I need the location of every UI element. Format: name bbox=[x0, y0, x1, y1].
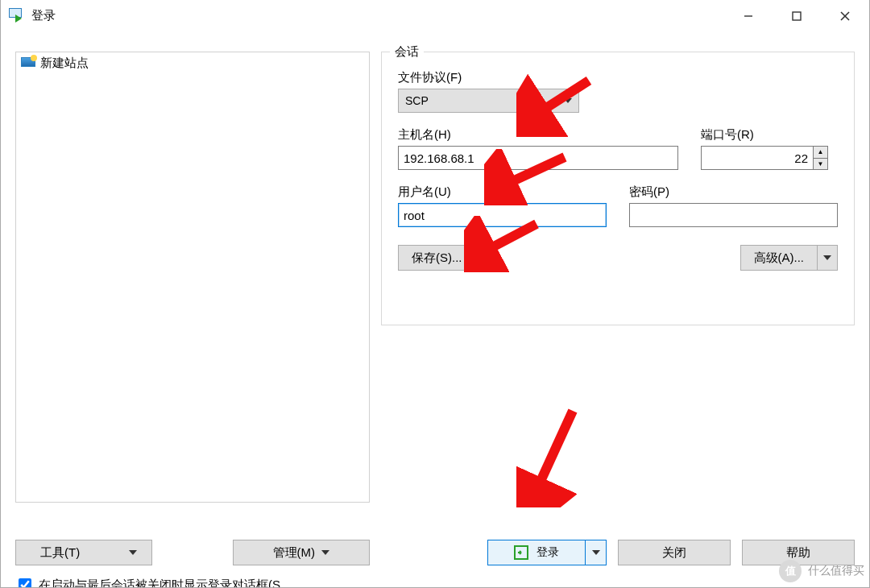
site-icon bbox=[21, 57, 35, 70]
host-label: 主机名(H) bbox=[398, 127, 678, 143]
session-panel: 会话 文件协议(F) SCP 主机名(H) 端口号(R) bbox=[381, 52, 855, 325]
close-button[interactable]: 关闭 bbox=[618, 540, 731, 565]
close-window-button[interactable] bbox=[821, 0, 869, 32]
username-input[interactable] bbox=[398, 203, 607, 227]
titlebar: 登录 bbox=[1, 0, 869, 32]
advanced-split-button[interactable]: 高级(A)... bbox=[740, 245, 839, 271]
protocol-dropdown[interactable]: SCP bbox=[398, 89, 579, 113]
watermark-badge: 值 bbox=[779, 560, 802, 582]
host-input[interactable] bbox=[398, 146, 678, 170]
login-icon bbox=[514, 545, 528, 560]
chevron-down-icon bbox=[592, 550, 600, 555]
new-site-item[interactable]: 新建站点 bbox=[18, 54, 367, 72]
show-login-on-startup-row: 在启动与最后会话被关闭时显示登录对话框(S bbox=[15, 576, 370, 588]
tools-button[interactable]: 工具(T) bbox=[15, 540, 152, 565]
session-legend: 会话 bbox=[390, 44, 424, 60]
protocol-label: 文件协议(F) bbox=[398, 70, 838, 85]
chevron-down-icon bbox=[482, 255, 490, 260]
chevron-down-icon bbox=[321, 550, 329, 555]
site-item-label: 新建站点 bbox=[40, 56, 89, 71]
login-button[interactable]: 登录 bbox=[488, 540, 585, 565]
window-title: 登录 bbox=[31, 8, 56, 23]
port-label: 端口号(R) bbox=[701, 127, 838, 143]
content-area: 新建站点 会话 文件协议(F) SCP 主机名(H) 端口号(R) bbox=[1, 32, 869, 587]
maximize-button[interactable] bbox=[773, 0, 821, 32]
chevron-down-icon bbox=[564, 98, 572, 103]
save-split-button[interactable]: 保存(S)... bbox=[398, 245, 496, 271]
advanced-button[interactable]: 高级(A)... bbox=[740, 245, 818, 271]
save-dropdown[interactable] bbox=[475, 245, 496, 271]
site-list[interactable]: 新建站点 bbox=[15, 52, 370, 503]
port-spinner[interactable]: ▲ ▼ bbox=[814, 146, 828, 170]
protocol-value: SCP bbox=[405, 94, 429, 107]
svg-rect-1 bbox=[793, 12, 801, 20]
save-button[interactable]: 保存(S)... bbox=[398, 245, 475, 271]
app-icon bbox=[9, 8, 25, 24]
login-dialog-window: 登录 新建站点 会话 文件协议( bbox=[0, 0, 870, 588]
chevron-down-icon bbox=[129, 550, 137, 555]
spin-down-icon[interactable]: ▼ bbox=[814, 158, 827, 170]
watermark-text: 什么值得买 bbox=[808, 564, 864, 578]
login-dropdown[interactable] bbox=[585, 540, 606, 565]
minimize-button[interactable] bbox=[724, 0, 773, 32]
password-input[interactable] bbox=[629, 203, 838, 227]
login-split-button[interactable]: 登录 bbox=[487, 540, 607, 565]
show-login-on-startup-checkbox[interactable] bbox=[19, 578, 31, 588]
bottom-toolbar: 工具(T) 管理(M) bbox=[15, 540, 370, 565]
watermark: 值 什么值得买 bbox=[779, 560, 864, 582]
password-label: 密码(P) bbox=[629, 184, 838, 200]
manage-button[interactable]: 管理(M) bbox=[233, 540, 370, 565]
chevron-down-icon bbox=[823, 255, 831, 260]
port-input[interactable] bbox=[701, 146, 814, 170]
username-label: 用户名(U) bbox=[398, 184, 607, 200]
show-login-on-startup-label: 在启动与最后会话被关闭时显示登录对话框(S bbox=[39, 578, 280, 589]
spin-up-icon[interactable]: ▲ bbox=[814, 147, 827, 158]
advanced-dropdown[interactable] bbox=[817, 245, 838, 271]
